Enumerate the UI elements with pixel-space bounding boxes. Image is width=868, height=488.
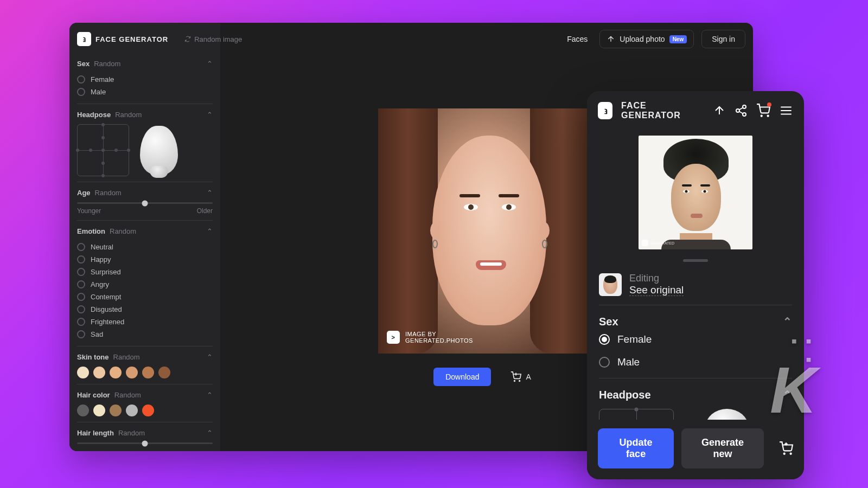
section-hair-color-header[interactable]: Hair color Random ⌃ [77, 391, 213, 399]
radio-label: Surprised [91, 268, 121, 276]
mobile-radio-male[interactable]: Male [599, 351, 792, 374]
new-badge: New [669, 35, 687, 43]
update-face-button[interactable]: Update face [598, 428, 674, 468]
radio-neutral[interactable]: Neutral [77, 241, 213, 253]
watermark-logo-icon: > [387, 331, 400, 344]
watermark-line2: GENERATED.PHOTOS [405, 337, 473, 344]
skin-label: Skin tone [77, 353, 109, 361]
swatch-hair-4[interactable] [126, 404, 138, 416]
swatch-hair-5[interactable] [142, 404, 154, 416]
chevron-up-icon: ⌃ [207, 60, 213, 68]
section-hair-color: Hair color Random ⌃ [77, 384, 213, 422]
upload-photo-button[interactable]: Upload photo New [599, 30, 694, 48]
see-original-link[interactable]: See original [629, 284, 684, 296]
haircolor-value: Random [114, 391, 141, 399]
mobile-headpose-header[interactable]: Headpose ⌃ [599, 388, 792, 401]
radio-sad[interactable]: Sad [77, 328, 213, 341]
chevron-up-icon: ⌃ [207, 111, 213, 119]
share-icon-button[interactable] [735, 104, 748, 117]
section-age-header[interactable]: Age Random ⌃ [77, 189, 213, 197]
chevron-up-icon: ⌃ [207, 429, 213, 437]
hair-swatches [77, 404, 213, 416]
mobile-section-sex: Sex ⌃ Female Male [599, 305, 792, 378]
swatch-skin-4[interactable] [126, 367, 138, 378]
radio-contempt[interactable]: Contempt [77, 291, 213, 303]
sex-label: Sex [599, 316, 618, 328]
download-button[interactable]: Download [433, 368, 491, 386]
svg-point-3 [736, 109, 739, 112]
radio-label: Disgusted [91, 305, 122, 313]
slider-thumb[interactable] [142, 440, 148, 446]
section-skin-tone: Skin tone Random ⌃ [77, 346, 213, 384]
section-skin-tone-header[interactable]: Skin tone Random ⌃ [77, 353, 213, 361]
hair-length-slider[interactable] [77, 442, 213, 444]
upload-icon-button[interactable] [713, 104, 726, 117]
radio-female[interactable]: Female [77, 73, 213, 86]
swatch-skin-6[interactable] [158, 367, 170, 378]
radio-disgusted[interactable]: Disgusted [77, 303, 213, 316]
swatch-skin-2[interactable] [93, 367, 105, 378]
generate-new-button[interactable]: Generate new [681, 428, 763, 468]
sign-in-button[interactable]: Sign in [701, 30, 745, 48]
age-slider[interactable] [77, 202, 213, 204]
swatch-hair-3[interactable] [110, 404, 122, 416]
headpose-grid[interactable] [77, 124, 129, 176]
section-hair-length: Hair length Random ⌃ Hair loss [77, 422, 213, 451]
upload-icon [607, 35, 615, 43]
section-sex: Sex Random ⌃ Female Male [77, 55, 213, 104]
headpose-label: Headpose [599, 389, 651, 401]
swatch-hair-1[interactable] [77, 404, 89, 416]
swatch-skin-3[interactable] [110, 367, 122, 378]
section-age: Age Random ⌃ Younger Older [77, 182, 213, 220]
menu-icon-button[interactable] [779, 104, 793, 118]
add-label: A [526, 373, 531, 381]
radio-happy[interactable]: Happy [77, 253, 213, 266]
section-hair-length-header[interactable]: Hair length Random ⌃ [77, 429, 213, 437]
mobile-radio-female[interactable]: Female [599, 328, 792, 351]
watermark: > IMAGE BY GENERATED.PHOTOS [387, 331, 473, 344]
swatch-skin-1[interactable] [77, 367, 89, 378]
cart-icon-button[interactable] [756, 104, 770, 118]
radio-male[interactable]: Male [77, 86, 213, 98]
brand: נּ FACE GENERATOR [77, 32, 168, 46]
radio-icon [599, 357, 610, 368]
skin-value: Random [113, 353, 140, 361]
head-model-icon [140, 126, 178, 175]
sidebar: Sex Random ⌃ Female Male Headpose Random… [69, 23, 220, 451]
swatch-hair-2[interactable] [93, 404, 105, 416]
svg-point-2 [743, 105, 746, 108]
mobile-sex-header[interactable]: Sex ⌃ [599, 315, 792, 328]
mobile-footer: Update face Generate new [587, 420, 804, 479]
mobile-panel: נּ FACE GENERATOR GENERATED Editing See … [587, 91, 804, 479]
add-to-cart-button[interactable]: A [502, 367, 539, 387]
age-label: Age [77, 189, 91, 197]
brand-logo-icon: נּ [598, 102, 612, 119]
footer-cart-button[interactable] [779, 441, 793, 455]
haircolor-label: Hair color [77, 391, 110, 399]
emotion-label: Emotion [77, 227, 105, 235]
section-sex-header[interactable]: Sex Random ⌃ [77, 60, 213, 68]
age-value: Random [95, 189, 122, 197]
age-min-label: Younger [77, 207, 101, 215]
mobile-headpose-grid[interactable] [599, 409, 674, 420]
radio-label: Happy [91, 255, 111, 264]
generated-face-image: > IMAGE BY GENERATED.PHOTOS [378, 108, 595, 354]
slider-thumb[interactable] [142, 200, 148, 206]
svg-point-0 [514, 381, 515, 382]
radio-surprised[interactable]: Surprised [77, 266, 213, 278]
section-emotion-header[interactable]: Emotion Random ⌃ [77, 227, 213, 235]
radio-frightened[interactable]: Frightened [77, 316, 213, 328]
radio-angry[interactable]: Angry [77, 278, 213, 291]
head-model-icon [705, 409, 749, 420]
radio-label: Neutral [91, 243, 113, 251]
radio-label: Sad [91, 330, 103, 338]
original-thumbnail[interactable] [599, 273, 622, 296]
radio-icon [77, 293, 85, 301]
faces-link[interactable]: Faces [567, 35, 588, 43]
section-headpose-header[interactable]: Headpose Random ⌃ [77, 111, 213, 119]
swatch-skin-5[interactable] [142, 367, 154, 378]
chevron-up-icon: ⌃ [207, 189, 213, 197]
radio-icon [77, 280, 85, 288]
random-image-link[interactable]: Random image [184, 35, 242, 43]
mobile-scroll[interactable]: Editing See original Sex ⌃ Female Male H… [587, 262, 804, 420]
